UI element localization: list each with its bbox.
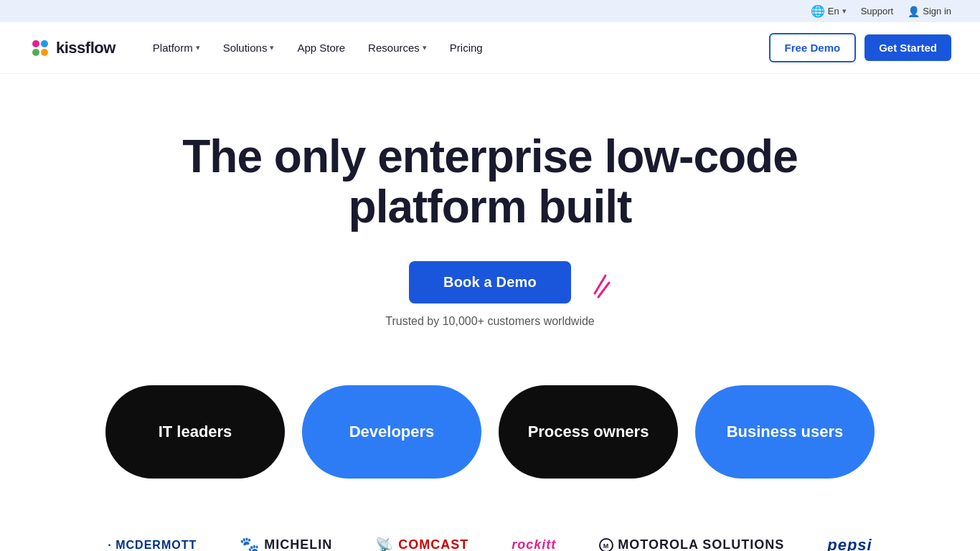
book-demo-button[interactable]: Book a Demo [409, 261, 571, 303]
navbar: kissflow Platform ▾ Solutions ▾ App Stor… [0, 22, 980, 74]
free-demo-button[interactable]: Free Demo [769, 33, 857, 62]
language-selector[interactable]: 🌐 En ▾ [811, 4, 847, 18]
globe-icon: 🌐 [811, 4, 825, 18]
resources-chevron-icon: ▾ [423, 43, 427, 52]
nav-pricing[interactable]: Pricing [441, 36, 491, 60]
audience-pill-it-leaders[interactable]: IT leaders [105, 385, 285, 479]
svg-point-2 [32, 49, 39, 56]
trusted-text: Trusted by 10,000+ customers worldwide [385, 315, 595, 328]
get-started-button[interactable]: Get Started [864, 34, 951, 61]
nav-appstore[interactable]: App Store [288, 36, 354, 60]
motorola-icon: M [599, 538, 613, 551]
audience-pill-developers[interactable]: Developers [302, 385, 481, 479]
logo-michelin: 🐾 MICHELIN [240, 536, 332, 551]
logo-comcast: 📡 COMCAST [375, 537, 468, 551]
signin-link[interactable]: 👤 Sign in [908, 6, 951, 17]
logo-strip: · MCDERMOTT 🐾 MICHELIN 📡 COMCAST rockitt… [0, 522, 980, 551]
support-link[interactable]: Support [861, 6, 894, 17]
nav-actions: Free Demo Get Started [769, 33, 951, 62]
user-icon: 👤 [908, 6, 920, 17]
decoration-lines [584, 268, 616, 301]
logo-icon [29, 37, 52, 60]
audience-pill-process-owners[interactable]: Process owners [499, 385, 678, 479]
signin-label: Sign in [923, 6, 951, 17]
audience-section: IT leaders Developers Process owners Bus… [0, 357, 980, 522]
support-label: Support [861, 6, 894, 17]
language-chevron-icon: ▾ [842, 6, 847, 16]
logo-rockitt: rockitt [512, 537, 556, 551]
nav-resources[interactable]: Resources ▾ [359, 36, 435, 60]
logo-pepsi: pepsi [827, 536, 872, 551]
solutions-chevron-icon: ▾ [270, 43, 274, 52]
nav-links: Platform ▾ Solutions ▾ App Store Resourc… [144, 36, 769, 60]
hero-title: The only enterprise low-code platform bu… [131, 131, 849, 232]
svg-point-1 [41, 40, 48, 47]
svg-point-3 [41, 49, 48, 56]
logo[interactable]: kissflow [29, 37, 116, 60]
language-label: En [828, 6, 839, 17]
logo-text: kissflow [56, 39, 116, 57]
platform-chevron-icon: ▾ [196, 43, 200, 52]
logo-motorola: M MOTOROLA SOLUTIONS [599, 537, 784, 551]
nav-solutions[interactable]: Solutions ▾ [215, 36, 283, 60]
hero-section: The only enterprise low-code platform bu… [0, 74, 980, 357]
hero-cta-area: Book a Demo Trusted by 10,000+ customers… [385, 261, 595, 328]
top-bar: 🌐 En ▾ Support 👤 Sign in [0, 0, 980, 22]
audience-pill-business-users[interactable]: Business users [695, 385, 875, 479]
nav-platform[interactable]: Platform ▾ [144, 36, 209, 60]
svg-point-0 [32, 40, 39, 47]
logo-mcdermott: · MCDERMOTT [108, 539, 197, 551]
svg-text:M: M [603, 542, 610, 550]
